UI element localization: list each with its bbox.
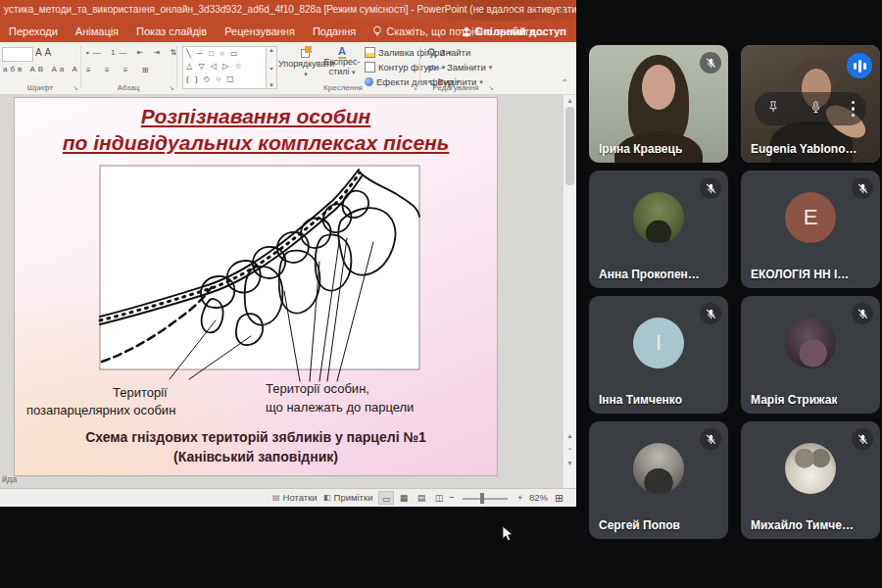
font-format-buttons[interactable]: абв АВ Аа А [3, 65, 80, 74]
scrollbar-thumb[interactable] [565, 107, 574, 185]
mic-muted-badge [700, 177, 721, 199]
paragraph-list-buttons[interactable]: •— 1— ⇤ ⇥ ⇅ [86, 48, 180, 57]
participant-tile[interactable]: Михайло Тимче… [741, 421, 880, 539]
participant-tile[interactable]: Сергей Попов [589, 421, 728, 539]
slide-sorter-view-button[interactable]: ▦ [396, 491, 412, 505]
normal-view-button[interactable]: ▭ [378, 491, 394, 505]
ribbon-tab[interactable]: Переходи [0, 21, 67, 42]
powerpoint-window: устика_методи_та_використання_онлайн_3d3… [0, 0, 576, 506]
ribbon-tab[interactable]: Рецензування [216, 21, 304, 42]
zoom-in-button[interactable]: + [517, 492, 523, 503]
more-options-button[interactable] [852, 101, 856, 118]
participant-tile[interactable]: Eugenia Yablono… [741, 45, 880, 163]
zoom-slider-track[interactable] [463, 498, 508, 500]
mic-muted-icon [705, 308, 717, 320]
slide-nav-divider: ▪ [564, 446, 576, 452]
zoom-out-button[interactable]: − [449, 492, 455, 503]
zoom-level[interactable]: 82% [529, 492, 548, 503]
arrange-icon [301, 46, 312, 57]
participant-name: Михайло Тимче… [751, 518, 854, 532]
participant-tile[interactable]: Ірина Кравець [589, 45, 728, 163]
paragraph-dialog-launcher[interactable]: ↘ [169, 84, 174, 92]
notes-icon: ▤ [272, 493, 280, 502]
letter-avatar: І [633, 318, 684, 368]
participant-tile[interactable]: І Інна Тимченко [589, 296, 728, 414]
participant-name: Eugenia Yablono… [751, 142, 857, 156]
status-partial-text: йда [2, 474, 17, 484]
shapes-gallery[interactable]: ╲ ─ □ ○ ▭△ ▽ ◁ ▷ ☆{ } ◇ ○ ▢ [182, 46, 267, 89]
slide-title-line2: по індивідуальних комплексах пісень [15, 130, 497, 156]
photo-avatar [633, 443, 684, 494]
pin-participant-button[interactable] [766, 100, 780, 118]
mic-muted-badge [700, 428, 721, 450]
mouse-cursor [502, 525, 514, 542]
mic-muted-icon [705, 57, 717, 70]
previous-slide-button[interactable]: ▲ [564, 432, 576, 439]
quick-styles-button[interactable]: A Експрес- стилі ▾ [323, 46, 361, 76]
participant-name: ЕКОЛОГІЯ НН І… [751, 268, 849, 281]
share-button[interactable]: Спільний доступ [456, 21, 572, 42]
slide-edit-area[interactable]: Розпізнавання особин по індивідуальних к… [0, 94, 576, 488]
photo-avatar [785, 318, 836, 368]
restore-button[interactable]: □ [523, 0, 549, 21]
mic-muted-icon [857, 308, 869, 320]
scroll-up-arrow[interactable]: ▲ [564, 97, 576, 104]
font-size-combo[interactable] [2, 47, 33, 62]
ribbon-tab[interactable]: Анімація [67, 21, 127, 42]
shapes-gallery-scrollbar[interactable]: ▲▾▼ [266, 46, 277, 89]
participant-tile[interactable]: E ЕКОЛОГІЯ НН І… [741, 171, 880, 288]
paragraph-align-buttons[interactable]: ≡ ≡ ≡ ⊞ [86, 66, 154, 74]
collapse-ribbon-chevron[interactable]: ⌃ [561, 77, 568, 88]
ribbon-tab[interactable]: Подання [304, 21, 365, 42]
ribbon-tabs: ПереходиАнімаціяПоказ слайдівРецензуванн… [0, 21, 576, 42]
slide-caption-line2: (Канівський заповідник) [30, 449, 481, 465]
mic-muted-icon [857, 182, 869, 195]
drawing-group-label: Креслення [309, 83, 377, 92]
pin-icon [766, 100, 780, 114]
font-dialog-launcher[interactable]: ↘ [73, 84, 78, 92]
slide-caption-line1: Схема гніздових територій зябликів у пар… [30, 429, 481, 445]
ribbon: А А абв АВ Аа А Шрифт ↘ •— 1— ⇤ ⇥ ⇅ ≡ ≡ … [0, 42, 576, 95]
screen: устика_методи_та_використання_онлайн_3d3… [0, 0, 882, 588]
close-button[interactable]: ✕ [549, 0, 574, 21]
zoom-slider-thumb[interactable] [480, 493, 484, 504]
label-right-line2: що належать до парцели [266, 400, 414, 415]
next-slide-button[interactable]: ▼ [564, 460, 576, 466]
shape-glyph-row[interactable]: △ ▽ ◁ ▷ ☆ [183, 60, 266, 73]
shape-glyph-row[interactable]: ╲ ─ □ ○ ▭ [183, 47, 266, 60]
font-group-label: Шрифт [6, 83, 74, 92]
drawing-dialog-launcher[interactable]: ↘ [412, 84, 417, 92]
replace-button[interactable]: ab↔ Замінити▾ [427, 62, 492, 73]
mute-participant-button[interactable] [808, 100, 823, 119]
mic-muted-badge [700, 52, 721, 74]
shape-outline-icon [365, 62, 375, 73]
participant-tile[interactable]: Марія Стрижак [741, 296, 880, 414]
participant-name: Сергей Попов [599, 518, 680, 532]
mic-muted-badge [700, 303, 721, 324]
slideshow-view-button[interactable]: ◫ [431, 491, 447, 505]
ribbon-tab[interactable]: Показ слайдів [127, 21, 216, 42]
mic-muted-icon [705, 182, 717, 195]
reading-view-button[interactable]: ▤ [414, 491, 429, 505]
label-left-line1: Території [113, 385, 168, 400]
window-titlebar[interactable]: устика_методи_та_використання_онлайн_3d3… [0, 0, 576, 21]
shape-glyph-row[interactable]: { } ◇ ○ ▢ [183, 73, 266, 85]
tile-hover-controls [755, 92, 866, 125]
label-right-line1: Території особин, [266, 381, 369, 396]
comments-button[interactable]: ◧ Примітки [323, 492, 372, 503]
fit-slide-button[interactable]: ⊞ [555, 492, 564, 505]
slide-canvas[interactable]: Розпізнавання особин по індивідуальних к… [14, 97, 498, 476]
participant-name: Інна Тимченко [599, 393, 682, 407]
status-bar: ▤ Нотатки ◧ Примітки ▭▦▤◫ − + 82% ⊞ [0, 488, 576, 507]
notes-button[interactable]: ▤ Нотатки [272, 492, 318, 503]
shape-fill-icon [365, 47, 375, 58]
participant-name: Ірина Кравець [599, 142, 682, 156]
font-size-buttons[interactable]: А А [35, 47, 51, 58]
participant-tile[interactable]: Анна Прокопен… [589, 171, 728, 288]
editing-dialog-launcher[interactable]: ↘ [488, 84, 494, 92]
find-button[interactable]: Знайти [427, 47, 470, 58]
vertical-scrollbar[interactable]: ▲ ▲ ▪ ▼ [563, 95, 576, 488]
audio-activity-indicator [847, 53, 872, 78]
participant-name: Марія Стрижак [751, 393, 837, 407]
minimize-button[interactable]: – [498, 0, 523, 21]
